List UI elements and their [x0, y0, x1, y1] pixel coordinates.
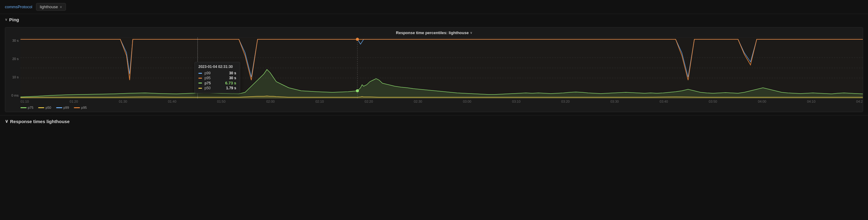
tooltip-row-p75: p75 6.73 s: [198, 80, 236, 86]
legend-item-p50: p50: [38, 106, 51, 109]
tooltip-value-p95: 30 s: [229, 76, 236, 80]
lighthouse-dropdown[interactable]: lighthouse ∨: [36, 3, 66, 11]
dropdown-chevron-icon: ∨: [60, 5, 62, 8]
legend-label-p99: p99: [63, 106, 69, 109]
ping-section-label: Ping: [9, 17, 19, 22]
x-label-0140: 01:40: [168, 100, 177, 103]
svg-rect-0: [21, 37, 863, 99]
x-label-0120: 01:20: [70, 100, 78, 103]
tooltip-label-p99: p99: [205, 71, 227, 75]
tooltip-value-p75: 6.73 s: [225, 81, 236, 85]
tooltip-value-p99: 30 s: [229, 71, 236, 75]
y-label-10s: 10 s: [7, 75, 19, 79]
legend-dot-p95: [74, 107, 80, 108]
x-label-0410: 04:10: [807, 100, 815, 103]
x-label-0230: 02:30: [414, 100, 423, 103]
ping-section-header[interactable]: ∨ Ping: [0, 14, 868, 25]
x-label-0330: 03:30: [611, 100, 619, 103]
y-label-30s: 30 s: [7, 39, 19, 42]
comms-protocol-link[interactable]: commsProtocol: [5, 5, 32, 9]
chart-title-chevron-icon: ∨: [470, 31, 472, 34]
response-time-chart-panel: Response time percentiles: lighthouse ∨ …: [5, 27, 863, 112]
legend-label-p50: p50: [45, 106, 51, 109]
legend-dot-p50: [38, 107, 44, 108]
tooltip-row-p99: p99 30 s: [198, 71, 236, 76]
tooltip-label-p75: p75: [205, 81, 223, 85]
chart-title[interactable]: Response time percentiles: lighthouse ∨: [5, 31, 863, 35]
tooltip-value-p50: 1.79 s: [226, 86, 236, 90]
x-label-0400: 04:00: [758, 100, 766, 103]
chart-tooltip: 2023-01-04 02:31:30 p99 30 s p95 30 s p7…: [194, 62, 240, 93]
tooltip-row-p50: p50 1.79 s: [198, 86, 236, 90]
response-times-chevron-icon: ∨: [5, 118, 8, 124]
legend-dot-p75: [21, 107, 27, 108]
x-axis: 01:10 01:20 01:30 01:40 01:50 02:00 02:1…: [5, 99, 863, 105]
x-label-0300: 03:00: [463, 100, 471, 103]
svg-point-9: [356, 38, 359, 41]
y-label-20s: 20 s: [7, 57, 19, 61]
chart-area: 30 s 20 s 10 s 0 ms: [5, 37, 863, 99]
x-label-0150: 01:50: [217, 100, 225, 103]
tooltip-label-p50: p50: [205, 86, 224, 90]
x-label-0350: 03:50: [709, 100, 717, 103]
x-label-0220: 02:20: [365, 100, 373, 103]
x-label-0320: 03:20: [561, 100, 570, 103]
x-label-0200: 02:00: [266, 100, 275, 103]
x-label-042: 04:2: [856, 100, 863, 103]
x-label-0210: 02:10: [315, 100, 324, 103]
p75-color-dot: [198, 82, 202, 83]
tooltip-time: 2023-01-04 02:31:30: [198, 65, 236, 69]
response-times-section-label: Response times lighthouse: [10, 119, 70, 124]
chart-svg: [21, 37, 863, 99]
response-times-section-header[interactable]: ∨ Response times lighthouse: [0, 115, 868, 127]
tooltip-label-p95: p95: [205, 76, 227, 80]
legend-item-p75: p75: [21, 106, 33, 109]
chart-svg-area: [21, 37, 863, 99]
x-label-0310: 03:10: [512, 100, 521, 103]
legend-item-p95: p95: [74, 106, 87, 109]
lighthouse-label: lighthouse: [40, 5, 58, 9]
top-bar: commsProtocol lighthouse ∨: [0, 0, 868, 14]
chart-legend: p75 p50 p99 p95: [5, 105, 863, 112]
ping-chevron-icon: ∨: [5, 18, 7, 22]
y-label-0ms: 0 ms: [7, 94, 19, 97]
y-axis: 30 s 20 s 10 s 0 ms: [5, 37, 21, 99]
p99-color-dot: [198, 73, 202, 74]
p95-color-dot: [198, 78, 202, 79]
legend-label-p95: p95: [81, 106, 87, 109]
svg-point-10: [356, 89, 359, 92]
x-label-0130: 01:30: [119, 100, 127, 103]
legend-label-p75: p75: [28, 106, 33, 109]
legend-item-p99: p99: [56, 106, 69, 109]
legend-dot-p99: [56, 107, 62, 108]
x-label-0340: 03:40: [659, 100, 668, 103]
p50-color-dot: [198, 88, 202, 89]
tooltip-row-p95: p95 30 s: [198, 76, 236, 80]
x-label-0110: 01:10: [21, 100, 29, 103]
